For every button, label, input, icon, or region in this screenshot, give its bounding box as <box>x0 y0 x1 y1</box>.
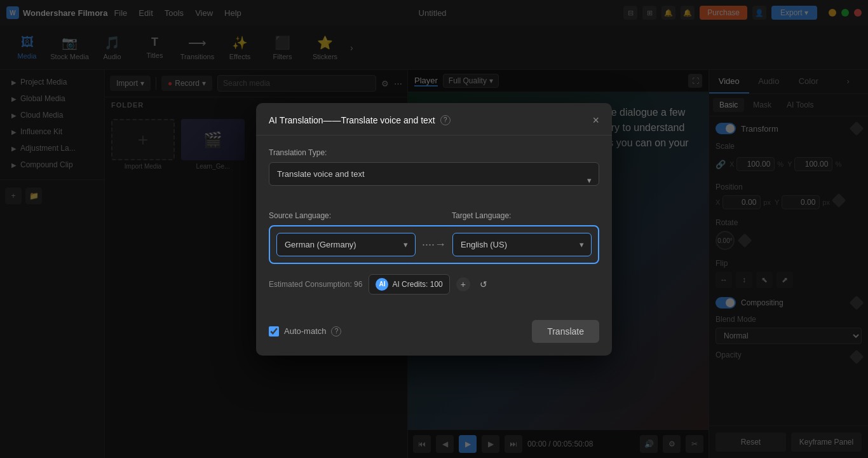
target-lang-wrapper: English (US) <box>452 233 592 256</box>
credits-value: AI Credits: 100 <box>392 280 442 289</box>
auto-match-row: Auto-match ? <box>269 326 341 337</box>
lang-arrow-spacer <box>426 211 442 220</box>
credits-row: Estimated Consumption: 96 AI AI Credits:… <box>269 274 599 295</box>
source-lang-label: Source Language: <box>269 211 416 220</box>
modal-body: Translation Type: Translate voice and te… <box>256 135 612 320</box>
lang-labels-row: Source Language: Target Language: <box>269 211 599 220</box>
modal-footer: Auto-match ? Translate <box>256 320 612 356</box>
modal-header: AI Translation——Translate voice and text… <box>256 103 612 135</box>
auto-match-label: Auto-match <box>284 326 326 336</box>
translation-type-label: Translation Type: <box>269 148 599 157</box>
estimated-label: Estimated Consumption: 96 <box>269 280 362 289</box>
ai-translation-modal: AI Translation——Translate voice and text… <box>256 103 612 356</box>
target-lang-label: Target Language: <box>452 211 599 220</box>
auto-match-help-icon[interactable]: ? <box>331 326 341 337</box>
refresh-icon[interactable]: ↺ <box>477 277 491 291</box>
modal-help-icon[interactable]: ? <box>440 115 451 125</box>
modal-title-row: AI Translation——Translate voice and text… <box>269 115 451 125</box>
target-lang-select[interactable]: English (US) <box>452 233 592 256</box>
modal-title: AI Translation——Translate voice and text <box>269 115 435 125</box>
auto-match-checkbox[interactable] <box>269 326 279 337</box>
translation-type-wrapper: Translate voice and text <box>269 162 599 198</box>
ai-credits-icon: AI <box>376 278 388 291</box>
add-credits-button[interactable]: + <box>456 277 470 291</box>
modal-close-button[interactable]: × <box>592 114 599 126</box>
source-lang-wrapper: German (Germany) <box>276 233 416 256</box>
lang-transfer-icon: ····→ <box>422 238 446 251</box>
translate-button[interactable]: Translate <box>532 320 599 343</box>
source-lang-select[interactable]: German (Germany) <box>276 233 416 256</box>
translation-type-select[interactable]: Translate voice and text <box>269 162 599 186</box>
credits-badge: AI AI Credits: 100 <box>369 274 449 295</box>
modal-overlay: AI Translation——Translate voice and text… <box>0 0 868 458</box>
lang-container: German (Germany) ····→ English (US) <box>269 225 599 264</box>
